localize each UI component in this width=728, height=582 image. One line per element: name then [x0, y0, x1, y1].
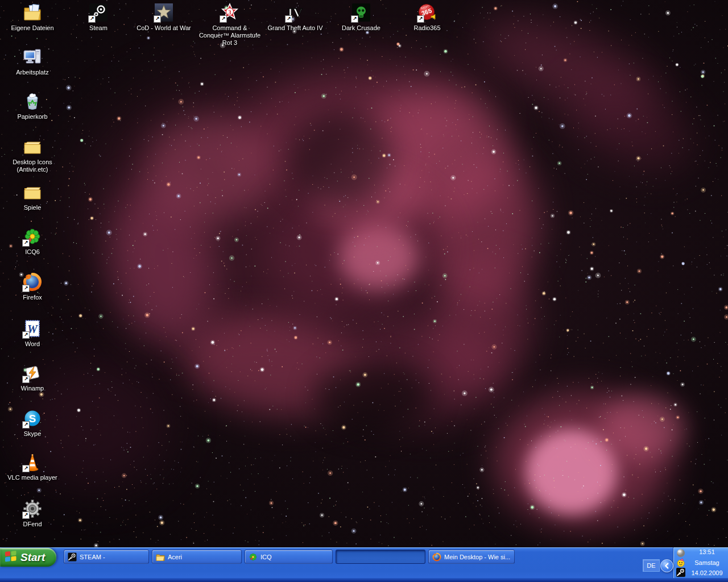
- tray-icon-column: [673, 547, 685, 578]
- shortcut-arrow-icon: ↗: [22, 285, 30, 292]
- desktop-icon-label: Desktop Icons (Antivir.etc): [1, 159, 64, 173]
- start-button[interactable]: Start: [0, 548, 56, 567]
- steam-icon: [68, 552, 77, 562]
- cod-star-icon: ↗: [154, 2, 174, 23]
- desktop-icon-winamp[interactable]: ↗Winamp: [1, 363, 64, 392]
- shortcut-arrow-icon: ↗: [22, 239, 30, 247]
- word-icon: W↗: [22, 318, 43, 339]
- tray-clock[interactable]: 13:51 Samstag 14.02.2009: [685, 547, 728, 578]
- dark-crusade-skull-icon: ↗: [351, 2, 371, 23]
- desktop-icon-icq6[interactable]: ↗ICQ6: [1, 226, 64, 256]
- firefox-icon: ↗: [22, 272, 43, 292]
- windows-flag-icon: [5, 550, 17, 565]
- desktop-icon-label: Command & Conquer™ Alarmstufe Rot 3: [198, 24, 262, 47]
- desktop-icon-dark-crusade[interactable]: ↗Dark Crusade: [329, 2, 393, 32]
- desktop-icon-word[interactable]: W↗Word: [1, 318, 64, 348]
- folder-documents-icon: [22, 2, 43, 23]
- task-button-untitled[interactable]: [336, 550, 425, 564]
- desktop-icon-label: Arbeitsplatz: [15, 69, 49, 76]
- task-button-label: Mein Desktop - Wie si...: [444, 554, 510, 560]
- desktop-icon-label: Dark Crusade: [341, 24, 381, 32]
- task-button-aceri[interactable]: Aceri: [152, 550, 242, 564]
- desktop-icon-label: Skype: [23, 430, 42, 438]
- task-button-icq[interactable]: ICQ: [245, 550, 333, 564]
- firefox-icon: [432, 552, 441, 562]
- shortcut-arrow-icon: ↗: [22, 376, 30, 383]
- desktop-icon-skype[interactable]: S↗Skype: [1, 408, 64, 438]
- desktop-icon-spiele[interactable]: Spiele: [1, 182, 64, 211]
- steam-icon: ↗: [88, 2, 109, 23]
- shortcut-arrow-icon: ↗: [88, 15, 96, 23]
- icq-flower-icon: ↗: [22, 226, 43, 247]
- desktop-icon-vlc[interactable]: ↗VLC media player: [1, 452, 64, 481]
- red-alert-3-icon: 3↗: [220, 2, 240, 23]
- radio365-icon: RADIO365↗: [417, 2, 437, 23]
- desktop-icon-label: CoD - World at War: [136, 24, 191, 32]
- shortcut-arrow-icon: ↗: [22, 512, 30, 519]
- shortcut-arrow-icon: ↗: [22, 331, 30, 339]
- folder-open-icon: [156, 552, 165, 562]
- desktop-icon-label: VLC media player: [7, 474, 57, 481]
- icq-flower-icon: [249, 552, 258, 562]
- shortcut-arrow-icon: ↗: [351, 15, 358, 23]
- system-tray: 13:51 Samstag 14.02.2009: [673, 547, 728, 578]
- task-button-label: ICQ: [260, 554, 272, 560]
- desktop-icon-label: Eigene Dateien: [10, 24, 54, 32]
- vlc-cone-icon: ↗: [22, 452, 43, 472]
- steam-tray-icon[interactable]: [676, 567, 685, 577]
- desktop-icon-label: ICQ6: [24, 248, 40, 256]
- task-button-steam[interactable]: STEAM -: [64, 550, 149, 564]
- task-button-mein-desktop-wie-si[interactable]: Mein Desktop - Wie si...: [428, 550, 515, 564]
- desktop-icon-papierkorb[interactable]: Papierkorb: [1, 91, 64, 120]
- desktop-icon-label: Firefox: [22, 294, 43, 301]
- desktop-icon-label: Spiele: [23, 204, 42, 211]
- clock-day: Samstag: [694, 560, 719, 566]
- clock-time: 13:51: [699, 549, 715, 555]
- shortcut-arrow-icon: ↗: [220, 15, 227, 23]
- desktop-icon-label: DFend: [22, 521, 42, 528]
- clock-date: 14.02.2009: [691, 570, 722, 576]
- gray-orb-tray-icon[interactable]: [676, 548, 685, 558]
- desktop-icon-grand-theft-auto-iv[interactable]: IV↗Grand Theft Auto IV: [263, 2, 327, 32]
- chevron-left-icon[interactable]: [660, 559, 673, 572]
- task-button-label: Aceri: [168, 554, 182, 560]
- icq-party-tray-icon[interactable]: [676, 558, 685, 568]
- recycle-bin-icon: [22, 91, 43, 111]
- desktop-icon-label: Steam: [89, 24, 108, 32]
- desktop-icon-steam[interactable]: ↗Steam: [67, 2, 130, 32]
- skype-icon: S↗: [22, 408, 43, 429]
- taskbar: Start STEAM -AceriICQMein Desktop - Wie …: [0, 547, 728, 582]
- shortcut-arrow-icon: ↗: [417, 15, 424, 23]
- taskbar-bottom-edge: [0, 578, 728, 582]
- start-button-label: Start: [20, 551, 51, 564]
- language-indicator[interactable]: DE: [643, 559, 660, 572]
- desktop-icon-cod-world-at-war[interactable]: ↗CoD - World at War: [132, 2, 196, 32]
- desktop-icon-radio365[interactable]: RADIO365↗Radio365: [395, 2, 459, 32]
- svg-text:3: 3: [228, 9, 231, 15]
- folder-icon: [22, 182, 43, 202]
- task-button-label: STEAM -: [80, 554, 105, 560]
- gta-iv-icon: IV↗: [285, 2, 305, 23]
- shortcut-arrow-icon: ↗: [22, 465, 30, 472]
- windows-xp-desktop: Eigene Dateien↗Steam↗CoD - World at War3…: [0, 0, 728, 582]
- folder-icon: [22, 136, 43, 157]
- desktop-icon-label: Winamp: [20, 385, 44, 392]
- desktop-icon-dfend[interactable]: ↗DFend: [1, 498, 64, 528]
- desktop-icon-label: Radio365: [413, 24, 441, 32]
- shortcut-arrow-icon: ↗: [285, 15, 292, 23]
- shortcut-arrow-icon: ↗: [154, 15, 161, 23]
- svg-text:S: S: [29, 413, 36, 425]
- desktop-icon-desktop-icons-antivir[interactable]: Desktop Icons (Antivir.etc): [1, 136, 64, 173]
- desktop-icon-label: Papierkorb: [16, 113, 48, 120]
- starfield: [0, 0, 728, 582]
- desktop-icon-eigene-dateien[interactable]: Eigene Dateien: [1, 2, 64, 32]
- desktop-icon-label: Grand Theft Auto IV: [267, 24, 323, 32]
- desktop-icon-label: Word: [24, 340, 40, 348]
- desktop-icon-arbeitsplatz[interactable]: Arbeitsplatz: [1, 47, 64, 76]
- winamp-icon: ↗: [22, 363, 43, 383]
- gear-icon: ↗: [22, 498, 43, 519]
- my-computer-icon: [22, 47, 43, 67]
- desktop-icon-command-conquer-alarmstufe-rot-3[interactable]: 3↗Command & Conquer™ Alarmstufe Rot 3: [198, 2, 262, 47]
- desktop-icon-firefox[interactable]: ↗Firefox: [1, 272, 64, 301]
- shortcut-arrow-icon: ↗: [22, 421, 30, 429]
